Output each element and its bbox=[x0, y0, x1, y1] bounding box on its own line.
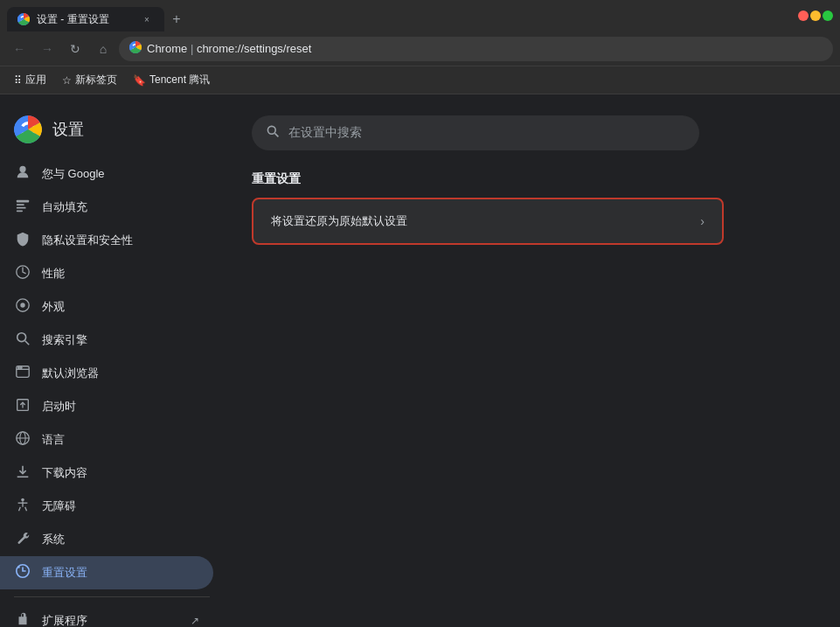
content-area: 在设置中搜索 重置设置 将设置还原为原始默认设置 › bbox=[224, 94, 840, 627]
back-button[interactable]: ← bbox=[7, 37, 31, 61]
main-content: 设置 您与 Google bbox=[0, 94, 840, 627]
sidebar-item-privacy[interactable]: 隐私设置和安全性 bbox=[0, 224, 213, 257]
bookmark-newtab[interactable]: ☆ 新标签页 bbox=[55, 70, 124, 91]
svg-point-15 bbox=[20, 303, 24, 307]
sidebar-appearance-label: 外观 bbox=[42, 299, 199, 315]
reset-defaults-label: 将设置还原为原始默认设置 bbox=[271, 213, 700, 229]
svg-point-20 bbox=[18, 367, 20, 369]
sidebar-extensions-label: 扩展程序 bbox=[42, 613, 180, 627]
bookmark-apps-label: 应用 bbox=[25, 73, 46, 87]
svg-line-38 bbox=[274, 133, 278, 136]
sidebar-downloads-label: 下载内容 bbox=[42, 465, 199, 481]
wrench-icon bbox=[14, 530, 31, 549]
sidebar-startup-label: 启动时 bbox=[42, 399, 199, 415]
sidebar-performance-label: 性能 bbox=[42, 266, 199, 282]
svg-rect-10 bbox=[17, 204, 24, 206]
sidebar-item-reset[interactable]: 重置设置 bbox=[0, 556, 213, 589]
tab-bar: 设置 - 重置设置 × + bbox=[7, 0, 189, 31]
shield-icon bbox=[14, 231, 31, 250]
svg-line-17 bbox=[25, 341, 30, 345]
bookmark-tencent-label: Tencent 腾讯 bbox=[149, 73, 210, 87]
apps-grid-icon: ⠿ bbox=[14, 74, 22, 87]
sidebar-item-accessibility[interactable]: 无障碍 bbox=[0, 490, 213, 523]
sidebar-autofill-label: 自动填充 bbox=[42, 199, 199, 215]
bookmarks-bar: ⠿ 应用 ☆ 新标签页 🔖 Tencent 腾讯 bbox=[0, 66, 840, 94]
sidebar-item-language[interactable]: 语言 bbox=[0, 423, 213, 456]
svg-point-16 bbox=[17, 333, 26, 342]
search-magnifier-icon bbox=[14, 331, 31, 350]
active-tab[interactable]: 设置 - 重置设置 × bbox=[7, 7, 164, 31]
appearance-icon bbox=[14, 297, 31, 317]
sidebar-item-default-browser[interactable]: 默认浏览器 bbox=[0, 357, 213, 390]
forward-button[interactable]: → bbox=[35, 37, 59, 61]
svg-line-31 bbox=[19, 507, 21, 512]
sidebar-search-label: 搜索引擎 bbox=[42, 332, 199, 348]
search-placeholder: 在设置中搜索 bbox=[288, 125, 362, 141]
extensions-icon bbox=[14, 611, 31, 627]
new-tab-button[interactable]: + bbox=[164, 7, 189, 31]
sidebar-item-system[interactable]: 系统 bbox=[0, 523, 213, 556]
sidebar-browser-label: 默认浏览器 bbox=[42, 366, 199, 381]
reload-button[interactable]: ↻ bbox=[63, 37, 87, 61]
sidebar-item-performance[interactable]: 性能 bbox=[0, 257, 213, 290]
sidebar-google-label: 您与 Google bbox=[42, 166, 199, 182]
person-icon bbox=[14, 164, 31, 184]
startup-icon bbox=[14, 397, 31, 416]
window-minimize-button[interactable] bbox=[810, 10, 821, 21]
sidebar-accessibility-label: 无障碍 bbox=[42, 498, 199, 514]
sidebar-reset-label: 重置设置 bbox=[42, 565, 199, 581]
bookmark-newtab-label: 新标签页 bbox=[75, 73, 117, 87]
sidebar-item-autofill[interactable]: 自动填充 bbox=[0, 191, 213, 224]
external-link-icon: ↗ bbox=[191, 615, 199, 627]
svg-point-37 bbox=[267, 126, 275, 134]
address-bar-row: ← → ↻ ⌂ Chrome | chrome://settings/reset bbox=[0, 31, 840, 66]
section-title: 重置设置 bbox=[252, 171, 812, 187]
download-icon bbox=[14, 463, 31, 483]
bookmark-tencent[interactable]: 🔖 Tencent 腾讯 bbox=[126, 70, 217, 91]
address-bar[interactable]: Chrome | chrome://settings/reset bbox=[119, 37, 833, 61]
tab-title: 设置 - 重置设置 bbox=[37, 12, 133, 27]
sidebar-item-extensions[interactable]: 扩展程序 ↗ bbox=[0, 604, 213, 627]
svg-rect-9 bbox=[17, 200, 29, 203]
address-favicon-icon bbox=[129, 41, 142, 56]
search-bar[interactable]: 在设置中搜索 bbox=[252, 115, 699, 150]
performance-icon bbox=[14, 264, 31, 283]
svg-point-28 bbox=[21, 498, 24, 502]
search-container: 在设置中搜索 bbox=[252, 115, 812, 150]
window-controls bbox=[798, 10, 833, 21]
sidebar-privacy-label: 隐私设置和安全性 bbox=[42, 233, 199, 248]
star-icon: ☆ bbox=[62, 74, 72, 87]
address-separator: | bbox=[191, 42, 197, 55]
sidebar-item-downloads[interactable]: 下载内容 bbox=[0, 456, 213, 490]
sidebar-item-google[interactable]: 您与 Google bbox=[0, 157, 213, 191]
sidebar-item-startup[interactable]: 启动时 bbox=[0, 390, 213, 423]
chrome-logo-icon bbox=[14, 115, 42, 143]
bookmark-apps[interactable]: ⠿ 应用 bbox=[7, 70, 53, 91]
window-maximize-button[interactable] bbox=[823, 10, 833, 21]
accessibility-icon bbox=[14, 497, 31, 516]
home-button[interactable]: ⌂ bbox=[91, 37, 115, 61]
address-url-text: chrome://settings/reset bbox=[197, 42, 312, 55]
reset-clock-icon bbox=[14, 563, 31, 582]
bookmark-tencent-icon: 🔖 bbox=[133, 74, 146, 87]
browser-icon bbox=[14, 364, 31, 383]
address-scheme-text: Chrome bbox=[147, 42, 187, 55]
tab-close-button[interactable]: × bbox=[140, 12, 154, 26]
autofill-icon bbox=[14, 198, 31, 217]
sidebar-system-label: 系统 bbox=[42, 532, 199, 547]
sidebar-item-search[interactable]: 搜索引擎 bbox=[0, 324, 213, 357]
browser-frame: 设置 - 重置设置 × + ← → ↻ ⌂ bbox=[0, 0, 840, 627]
reset-to-defaults-card[interactable]: 将设置还原为原始默认设置 › bbox=[252, 198, 724, 245]
sidebar: 设置 您与 Google bbox=[0, 94, 224, 627]
chevron-right-icon: › bbox=[700, 214, 705, 228]
svg-point-21 bbox=[20, 367, 22, 369]
search-icon bbox=[266, 124, 280, 142]
sidebar-item-appearance[interactable]: 外观 bbox=[0, 290, 213, 324]
address-scheme: Chrome | chrome://settings/reset bbox=[147, 42, 311, 55]
sidebar-language-label: 语言 bbox=[42, 432, 199, 448]
sidebar-title: 设置 bbox=[52, 119, 84, 140]
svg-rect-12 bbox=[17, 210, 23, 212]
sidebar-logo: 设置 bbox=[0, 108, 224, 157]
title-bar: 设置 - 重置设置 × + bbox=[0, 0, 840, 31]
window-close-button[interactable] bbox=[798, 10, 809, 21]
